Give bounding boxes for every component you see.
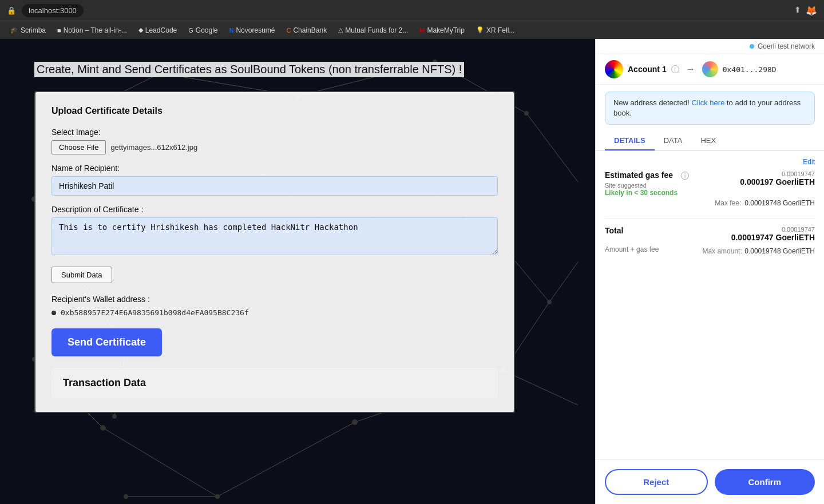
wallet-label: Recipient's Wallet address : — [52, 295, 498, 304]
gas-fee-label: Estimated gas fee Site suggested Likely … — [605, 170, 678, 197]
mm-notification: New address detected! Click here to add … — [605, 92, 815, 125]
bookmark-novoresume[interactable]: N Novoresumé — [225, 25, 280, 36]
info-icon[interactable]: i — [671, 65, 679, 73]
total-value-small: 0.00019747 — [731, 226, 815, 233]
gas-value-main: 0.000197 GoerliETH — [740, 177, 815, 186]
transaction-title: Transaction Data — [63, 377, 486, 389]
gas-value-small: 0.00019747 — [740, 170, 815, 177]
scrimba-icon: 🎓 — [10, 26, 18, 34]
bookmark-mutual-funds[interactable]: △ Mutual Funds for 2... — [334, 25, 413, 36]
max-fee-row: Max fee: 0.00019748 GoerliETH — [605, 199, 815, 207]
bookmark-google[interactable]: G Google — [184, 25, 222, 36]
site-suggested-label: Site suggested — [605, 182, 678, 189]
file-input-row: Choose File gettyimages...612x612.jpg — [52, 140, 498, 154]
gas-right: 0.00019747 0.000197 GoerliETH — [740, 170, 815, 186]
browser-actions: ⬆ 🦊 — [794, 5, 817, 16]
share-icon[interactable]: ⬆ — [794, 5, 801, 16]
eth-address: 0x401...298D — [723, 65, 777, 74]
description-textarea[interactable]: This is to certify Hrishikesh has comple… — [52, 217, 498, 255]
mm-actions: Reject Confirm — [596, 459, 824, 504]
max-amount-value: 0.00019748 GoerliETH — [744, 247, 815, 255]
bookmark-makemytrip[interactable]: M MakeMyTrip — [415, 25, 469, 36]
makemytrip-icon: M — [419, 27, 425, 34]
notification-text: New address detected! Click here to add … — [613, 98, 801, 117]
confirm-button[interactable]: Confirm — [715, 469, 815, 495]
max-amount-label: Max amount: — [702, 247, 742, 255]
transaction-section: Transaction Data — [52, 368, 498, 398]
file-name-display: gettyimages...612x612.jpg — [110, 143, 197, 152]
leadcode-icon: ◆ — [138, 26, 143, 34]
tab-data[interactable]: DATA — [655, 132, 692, 150]
form-card-title: Upload Certificate Details — [52, 106, 498, 116]
bookmarks-bar: 🎓 Scrimba ■ Notion – The all-in-... ◆ Le… — [0, 21, 824, 39]
bookmark-leadcode[interactable]: ◆ LeadCode — [134, 25, 181, 36]
metamask-popup: Goerli test network Account 1 i → 0x401.… — [595, 39, 824, 504]
amount-gas-label: Amount + gas fee — [605, 245, 659, 256]
svg-point-32 — [215, 494, 220, 499]
mutual-funds-icon: △ — [338, 26, 343, 34]
send-certificate-button[interactable]: Send Certificate — [52, 328, 162, 356]
main-layout: Create, Mint and Send Certificates as So… — [0, 39, 824, 504]
max-fee-value: 0.00019748 GoerliETH — [744, 199, 815, 207]
choose-file-button[interactable]: Choose File — [52, 140, 106, 154]
network-status-dot — [750, 44, 754, 49]
likely-label: Likely in < 30 seconds — [605, 189, 678, 197]
svg-point-31 — [100, 425, 106, 431]
submit-data-button[interactable]: Submit Data — [52, 267, 112, 283]
divider — [605, 219, 815, 219]
gas-info-icon[interactable]: i — [681, 172, 689, 180]
amount-gas-row: Amount + gas fee Max amount: 0.00019748 … — [605, 245, 815, 256]
google-icon: G — [188, 27, 193, 34]
mm-account-bar: Account 1 i → 0x401...298D — [596, 54, 824, 85]
select-image-group: Select Image: Choose File gettyimages...… — [52, 128, 498, 154]
edit-link[interactable]: Edit — [605, 158, 815, 166]
gas-fee-section: Estimated gas fee Site suggested Likely … — [605, 170, 815, 207]
recipient-input[interactable] — [52, 176, 498, 196]
description-label: Description of Certificate : — [52, 205, 498, 214]
network-bar: Goerli test network — [596, 39, 824, 54]
eth-avatar — [702, 61, 718, 77]
network-name: Goerli test network — [758, 42, 815, 50]
max-amount-section: Max amount: 0.00019748 GoerliETH — [702, 245, 815, 256]
gas-left: Estimated gas fee Site suggested Likely … — [605, 170, 689, 197]
extension-icon[interactable]: 🦊 — [806, 5, 817, 16]
page-title: Create, Mint and Send Certificates as So… — [34, 62, 464, 77]
svg-line-9 — [103, 428, 217, 497]
svg-point-33 — [124, 494, 128, 499]
xr-icon: 💡 — [476, 26, 484, 34]
novoresume-icon: N — [229, 27, 234, 34]
browser-security-icon: 🔒 — [7, 6, 16, 15]
wallet-section: Recipient's Wallet address : 0xb588957E2… — [52, 295, 498, 317]
bookmark-scrimba[interactable]: 🎓 Scrimba — [6, 25, 50, 36]
wallet-address-row: 0xb588957E274E6A9835691b098d4eFA095B8C23… — [52, 308, 498, 317]
tab-hex[interactable]: HEX — [691, 132, 725, 150]
select-image-label: Select Image: — [52, 128, 498, 137]
browser-chrome: 🔒 localhost:3000 ⬆ 🦊 — [0, 0, 824, 21]
max-fee-label: Max fee: — [715, 199, 741, 207]
mm-body: Edit Estimated gas fee Site suggested Li… — [596, 151, 824, 459]
notification-link[interactable]: Click here — [692, 98, 725, 107]
tab-details[interactable]: DETAILS — [605, 132, 655, 150]
recipient-label: Name of Recipient: — [52, 164, 498, 173]
account-name: Account 1 — [628, 65, 667, 74]
total-label: Total — [605, 226, 623, 235]
total-right: 0.00019747 0.00019747 GoerliETH — [731, 226, 815, 242]
total-value-main: 0.00019747 GoerliETH — [731, 233, 815, 242]
mm-tabs: DETAILS DATA HEX — [596, 132, 824, 151]
bookmark-chainbank[interactable]: C ChainBank — [282, 25, 331, 36]
bookmark-notion[interactable]: ■ Notion – The all-in-... — [53, 25, 132, 36]
gas-row: Estimated gas fee Site suggested Likely … — [605, 170, 815, 197]
bookmark-xr[interactable]: 💡 XR Fell... — [472, 25, 519, 36]
total-row: Total 0.00019747 0.00019747 GoerliETH — [605, 226, 815, 242]
forward-arrow-icon: → — [686, 64, 695, 74]
app-panel: Create, Mint and Send Certificates as So… — [0, 39, 595, 504]
chainbank-icon: C — [286, 27, 291, 34]
form-card: Upload Certificate Details Select Image:… — [34, 91, 515, 413]
reject-button[interactable]: Reject — [605, 469, 708, 495]
svg-line-10 — [217, 422, 355, 497]
address-bar[interactable]: localhost:3000 — [22, 4, 84, 17]
wallet-dot-icon — [52, 311, 56, 315]
wallet-address-display: 0xb588957E274E6A9835691b098d4eFA095B8C23… — [61, 308, 249, 317]
account-avatar — [605, 60, 623, 78]
notion-icon: ■ — [57, 27, 61, 34]
